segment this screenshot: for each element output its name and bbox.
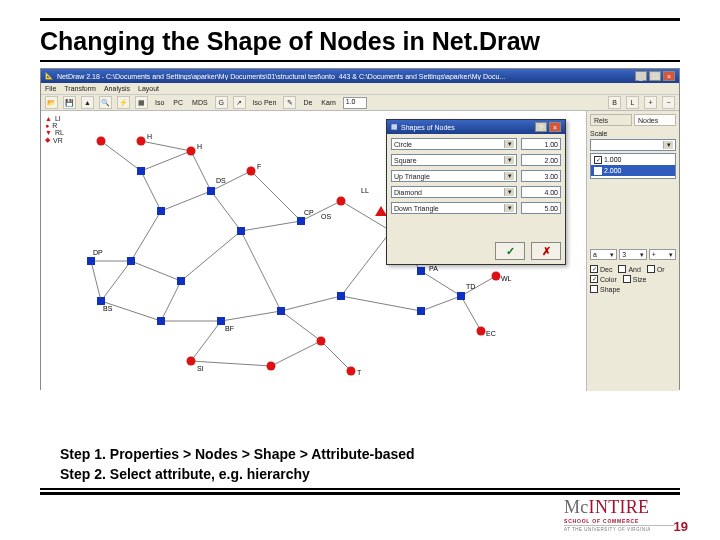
toolbar-mds-button[interactable]: MDS <box>190 99 210 106</box>
svg-line-10 <box>181 231 241 281</box>
tab-rels[interactable]: Rels <box>590 114 632 126</box>
toolbar-plus-button[interactable]: + <box>644 96 657 109</box>
dialog-title: Shapes of Nodes <box>401 124 455 131</box>
svg-line-19 <box>281 296 341 311</box>
tool-pen-icon[interactable]: ✎ <box>283 96 296 109</box>
svg-line-4 <box>161 191 211 211</box>
window-titlebar: 📐 NetDraw 2.18 - C:\Documents and Settin… <box>41 69 679 83</box>
tool-flash-icon[interactable]: ⚡ <box>117 96 130 109</box>
svg-line-35 <box>141 141 191 151</box>
svg-rect-48 <box>297 217 305 225</box>
spinner-b[interactable]: 3▾ <box>619 249 646 260</box>
svg-point-53 <box>247 167 256 176</box>
menu-analysis[interactable]: Analysis <box>104 85 130 92</box>
svg-line-16 <box>191 321 221 361</box>
node-label-si: SI <box>197 365 204 372</box>
shape-dropdown-0[interactable]: Circle▾ <box>391 138 517 150</box>
node-label-h: H <box>197 143 202 150</box>
maximize-button[interactable]: □ <box>649 71 661 81</box>
chk-or[interactable] <box>647 265 655 273</box>
tool-triangle-icon[interactable]: ▲ <box>81 96 94 109</box>
svg-line-11 <box>161 281 181 321</box>
scale-label: Scale <box>590 130 676 137</box>
shape-value-0[interactable]: 1.00 <box>521 138 561 150</box>
dialog-help-button[interactable]: ? <box>535 122 547 132</box>
svg-point-57 <box>267 362 276 371</box>
toolbar: 📂 💾 ▲ 🔍 ⚡ ▦ Iso PC MDS G ↗ Iso Pen ✎ De … <box>41 95 679 111</box>
svg-rect-51 <box>457 292 465 300</box>
network-canvas[interactable]: ▲LI ●R ▼RL ◆VR <box>41 111 586 391</box>
shape-value-1[interactable]: 2.00 <box>521 154 561 166</box>
spinner-a[interactable]: a▾ <box>590 249 617 260</box>
svg-rect-38 <box>207 187 215 195</box>
tool-grid-icon[interactable]: ▦ <box>135 96 148 109</box>
svg-point-54 <box>337 197 346 206</box>
menu-transform[interactable]: Transform <box>64 85 96 92</box>
step-1: Step 1. Properties > Nodes > Shape > Att… <box>60 444 415 464</box>
shape-value-3[interactable]: 4.00 <box>521 186 561 198</box>
chk-color[interactable]: ✓ <box>590 275 598 283</box>
toolbar-de-button[interactable]: De <box>301 99 314 106</box>
svg-rect-46 <box>277 307 285 315</box>
toolbar-kam-label: Kam <box>319 99 337 106</box>
app-icon: 📐 <box>45 72 54 80</box>
shape-dropdown-4[interactable]: Down Triangle▾ <box>391 202 517 214</box>
minimize-button[interactable]: _ <box>635 71 647 81</box>
shape-value-4[interactable]: 5.00 <box>521 202 561 214</box>
shape-dropdown-1[interactable]: Square▾ <box>391 154 517 166</box>
svg-rect-37 <box>157 207 165 215</box>
netdraw-window: 📐 NetDraw 2.18 - C:\Documents and Settin… <box>40 68 680 390</box>
svg-point-58 <box>317 337 326 346</box>
chk-shape[interactable] <box>590 285 598 293</box>
toolbar-g-button[interactable]: G <box>215 96 228 109</box>
svg-line-26 <box>421 271 461 296</box>
svg-line-34 <box>251 171 301 221</box>
svg-line-31 <box>321 341 351 371</box>
node-label-ec: EC <box>486 330 496 337</box>
svg-point-63 <box>97 137 106 146</box>
chk-dec[interactable]: ✓ <box>590 265 598 273</box>
svg-line-24 <box>341 231 391 296</box>
window-title: NetDraw 2.18 - C:\Documents and Settings… <box>57 73 505 80</box>
svg-line-2 <box>141 171 161 211</box>
toolbar-kam-input[interactable]: 1.0 <box>343 97 367 109</box>
spinner-c[interactable]: +▾ <box>649 249 676 260</box>
svg-rect-50 <box>417 307 425 315</box>
attribute-listbox[interactable]: ✓1.000 ✓2.000 <box>590 153 676 179</box>
svg-line-18 <box>271 341 321 366</box>
mcintire-logo: McINTIRE SCHOOL OF COMMERCE AT THE UNIVE… <box>564 497 674 532</box>
shape-dropdown-3[interactable]: Diamond▾ <box>391 186 517 198</box>
toolbar-isopen-label: Iso Pen <box>251 99 279 106</box>
menu-layout[interactable]: Layout <box>138 85 159 92</box>
svg-point-59 <box>347 367 356 376</box>
svg-rect-41 <box>97 297 105 305</box>
svg-point-61 <box>492 272 501 281</box>
chk-size[interactable] <box>623 275 631 283</box>
svg-rect-47 <box>337 292 345 300</box>
toolbar-l-button[interactable]: L <box>626 96 639 109</box>
menu-file[interactable]: File <box>45 85 56 92</box>
svg-line-9 <box>131 261 181 281</box>
tool-arrow-icon[interactable]: ↗ <box>233 96 246 109</box>
toolbar-pc-button[interactable]: PC <box>171 99 185 106</box>
shape-value-2[interactable]: 3.00 <box>521 170 561 182</box>
chk-and[interactable] <box>618 265 626 273</box>
toolbar-minus-button[interactable]: − <box>662 96 675 109</box>
dialog-ok-button[interactable]: ✓ <box>495 242 525 260</box>
toolbar-iso-button[interactable]: Iso <box>153 99 166 106</box>
attribute-dropdown[interactable]: ▾ <box>590 139 676 151</box>
close-button[interactable]: × <box>663 71 675 81</box>
svg-rect-44 <box>157 317 165 325</box>
svg-line-1 <box>141 151 191 171</box>
save-icon[interactable]: 💾 <box>63 96 76 109</box>
svg-line-6 <box>211 191 241 231</box>
open-icon[interactable]: 📂 <box>45 96 58 109</box>
node-label-bs: BS <box>103 305 113 312</box>
shape-dropdown-2[interactable]: Up Triangle▾ <box>391 170 517 182</box>
tool-bold-icon[interactable]: B <box>608 96 621 109</box>
dialog-cancel-button[interactable]: ✗ <box>531 242 561 260</box>
tool-zoomin-icon[interactable]: 🔍 <box>99 96 112 109</box>
tab-nodes[interactable]: Nodes <box>634 114 676 126</box>
dialog-close-button[interactable]: × <box>549 122 561 132</box>
node-label-wl: WL <box>501 275 512 282</box>
